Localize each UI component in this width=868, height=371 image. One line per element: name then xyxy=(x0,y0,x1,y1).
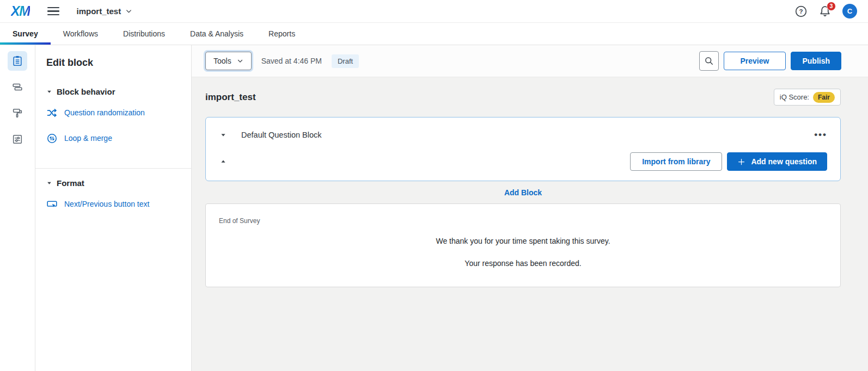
link-loop-merge[interactable]: Loop & merge xyxy=(46,133,180,144)
user-avatar[interactable]: C xyxy=(842,4,857,18)
plus-icon xyxy=(737,158,745,166)
survey-content: import_test iQ Score: Fair Default Quest… xyxy=(192,77,868,287)
tab-data-analysis[interactable]: Data & Analysis xyxy=(178,23,256,45)
left-icon-rail xyxy=(0,45,35,371)
iq-score-label: iQ Score: xyxy=(780,93,809,101)
question-block-card: Default Question Block ••• Import from l… xyxy=(205,117,841,181)
loop-icon xyxy=(46,133,58,144)
end-of-survey-message-1: We thank you for your time spent taking … xyxy=(219,237,827,245)
collapse-block-button[interactable] xyxy=(220,132,227,138)
tools-label: Tools xyxy=(213,57,231,65)
rail-item-survey-options[interactable] xyxy=(8,129,27,149)
end-of-survey-message-2: Your response has been recorded. xyxy=(219,259,827,268)
help-button[interactable]: ? xyxy=(794,5,808,18)
collapse-questions-button[interactable] xyxy=(220,158,227,165)
import-from-library-button[interactable]: Import from library xyxy=(630,152,722,171)
svg-text:?: ? xyxy=(799,8,803,15)
caret-down-icon xyxy=(46,89,52,95)
tab-survey[interactable]: Survey xyxy=(0,23,51,45)
chevron-down-icon xyxy=(125,8,132,15)
status-badge: Draft xyxy=(332,54,359,68)
link-label: Question randomization xyxy=(64,108,145,118)
primary-nav: Survey Workflows Distributions Data & An… xyxy=(0,23,868,45)
blocks-icon xyxy=(11,81,23,93)
section-format: Format Next/Previous button text xyxy=(35,168,191,227)
add-new-question-label: Add new question xyxy=(751,157,817,166)
notifications-button[interactable]: 3 xyxy=(818,5,832,18)
shuffle-icon xyxy=(46,107,58,119)
survey-name-label: import_test xyxy=(77,7,121,16)
section-title: Block behavior xyxy=(57,87,115,96)
section-header-format[interactable]: Format xyxy=(46,178,180,188)
main-canvas: Tools Saved at 4:46 PM Draft Preview Pub… xyxy=(192,45,868,371)
search-icon xyxy=(704,55,714,66)
publish-button[interactable]: Publish xyxy=(791,52,841,70)
tools-dropdown[interactable]: Tools xyxy=(205,52,252,70)
block-options-menu[interactable]: ••• xyxy=(814,132,827,138)
iq-score-badge: Fair xyxy=(813,92,835,103)
button-text-icon xyxy=(46,199,58,210)
caret-up-icon xyxy=(220,158,227,165)
end-of-survey-label: End of Survey xyxy=(219,217,827,225)
end-of-survey-card[interactable]: End of Survey We thank you for your time… xyxy=(205,203,841,287)
help-icon: ? xyxy=(794,5,808,18)
editor-toolbar: Tools Saved at 4:46 PM Draft Preview Pub… xyxy=(192,45,868,77)
notification-count-badge: 3 xyxy=(827,2,836,11)
add-new-question-button[interactable]: Add new question xyxy=(727,152,827,171)
chevron-down-icon xyxy=(237,58,243,64)
app-header: XM import_test ? 3 C xyxy=(0,0,868,23)
rail-item-blocks[interactable] xyxy=(8,77,27,97)
sliders-icon xyxy=(11,133,23,145)
section-title: Format xyxy=(57,178,84,188)
add-block-link[interactable]: Add Block xyxy=(504,188,542,197)
caret-down-icon xyxy=(220,132,227,138)
survey-name-dropdown[interactable]: import_test xyxy=(77,7,133,16)
link-next-previous-button-text[interactable]: Next/Previous button text xyxy=(46,199,180,210)
link-label: Next/Previous button text xyxy=(64,200,149,209)
search-button[interactable] xyxy=(699,51,719,71)
rail-item-look-and-feel[interactable] xyxy=(8,103,27,123)
saved-status: Saved at 4:46 PM xyxy=(261,57,322,65)
hamburger-menu-icon[interactable] xyxy=(47,5,60,18)
sidebar-title: Edit block xyxy=(35,57,191,69)
xm-logo[interactable]: XM xyxy=(11,3,30,19)
link-label: Loop & merge xyxy=(64,134,112,143)
block-title[interactable]: Default Question Block xyxy=(241,131,322,139)
section-block-behavior: Block behavior Question randomization Lo… xyxy=(35,87,191,162)
preview-button[interactable]: Preview xyxy=(724,52,786,70)
section-header-block-behavior[interactable]: Block behavior xyxy=(46,87,180,96)
iq-score-widget[interactable]: iQ Score: Fair xyxy=(774,89,841,106)
paint-roller-icon xyxy=(11,107,23,119)
link-question-randomization[interactable]: Question randomization xyxy=(46,107,180,119)
tab-distributions[interactable]: Distributions xyxy=(111,23,178,45)
caret-down-icon xyxy=(46,180,52,186)
clipboard-icon xyxy=(11,55,23,67)
edit-block-sidebar: Edit block Block behavior Question rando… xyxy=(35,45,192,371)
page-title: import_test xyxy=(205,92,256,103)
tab-reports[interactable]: Reports xyxy=(256,23,308,45)
rail-item-survey-builder[interactable] xyxy=(8,51,27,71)
tab-workflows[interactable]: Workflows xyxy=(51,23,111,45)
